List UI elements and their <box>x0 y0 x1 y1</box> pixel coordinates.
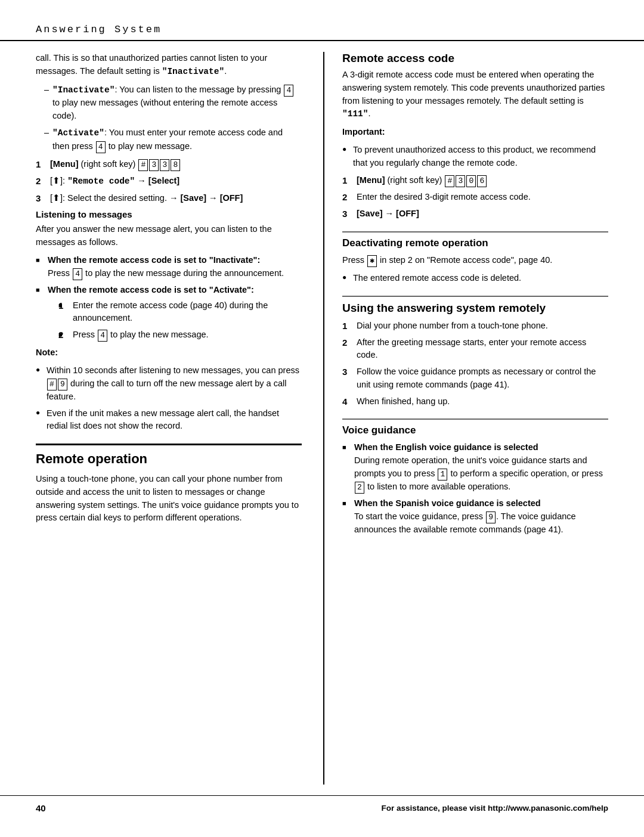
key-4-activate: 4 <box>96 141 106 153</box>
important-label: Important: <box>342 126 608 139</box>
step-2-1: 1 [Menu] (right soft key) #306 <box>342 174 608 187</box>
voice-item-english: When the English voice guidance is selec… <box>342 441 608 494</box>
steps-group-2: 1 [Menu] (right soft key) #306 2 Enter t… <box>342 174 608 221</box>
page: Answering System call. This is so that u… <box>0 0 644 837</box>
steps-group-1: 1 [Menu] (right soft key) #338 2 [⬆]: "R… <box>36 158 302 205</box>
intro-paragraph: call. This is so that unauthorized parti… <box>36 52 302 79</box>
voice-guidance-list: When the English voice guidance is selec… <box>342 441 608 537</box>
note-label: Note: <box>36 346 302 359</box>
footer-page-number: 40 <box>36 803 46 813</box>
page-header: Answering System <box>0 24 644 41</box>
listening-item-inactivate: When the remote access code is set to "I… <box>36 254 302 280</box>
dash-item-inactivate: "Inactivate": You can listen to the mess… <box>44 83 302 123</box>
remote-operation-divider <box>36 444 302 445</box>
using-steps: 1 Dial your phone number from a touch-to… <box>342 320 608 408</box>
remote-operation-title: Remote operation <box>36 451 302 467</box>
step-1-1: 1 [Menu] (right soft key) #338 <box>36 158 302 171</box>
step-1-2: 2 [⬆]: "Remote code" → [Select] <box>36 175 302 188</box>
activate-sub-steps: 1 Enter the remote access code (page 40)… <box>48 299 302 342</box>
page-footer: 40 For assistance, please visit http://w… <box>0 795 644 813</box>
notes-list: Within 10 seconds after listening to new… <box>36 364 302 433</box>
footer-assistance-text: For assistance, please visit http://www.… <box>381 804 608 813</box>
activate-sub-step-2: 2 Press 4 to play the new message. <box>58 328 302 342</box>
important-list: To prevent unauthorized access to this p… <box>342 144 608 170</box>
using-step-1: 1 Dial your phone number from a touch-to… <box>342 320 608 333</box>
voice-guidance-title: Voice guidance <box>342 418 608 436</box>
note-item-1: Within 10 seconds after listening to new… <box>36 364 302 404</box>
remote-operation-intro: Using a touch-tone phone, you can call y… <box>36 473 302 525</box>
deactivating-text: Press ✱ in step 2 on "Remote access code… <box>342 254 608 267</box>
intro-inactivate: "Inactivate" <box>162 67 224 76</box>
step-1-3: 3 [⬆]: Select the desired setting. → [Sa… <box>36 192 302 205</box>
listening-item-activate: When the remote access code is set to "A… <box>36 284 302 342</box>
dash-list: "Inactivate": You can listen to the mess… <box>36 83 302 153</box>
remote-access-title: Remote access code <box>342 52 608 65</box>
important-item-1: To prevent unauthorized access to this p… <box>342 144 608 170</box>
page-header-title: Answering System <box>36 24 162 35</box>
columns: call. This is so that unauthorized parti… <box>0 52 644 785</box>
key-4-inactivate: 4 <box>284 85 293 97</box>
deactivating-title: Deactivating remote operation <box>342 231 608 249</box>
step-2-3: 3 [Save] → [OFF] <box>342 207 608 221</box>
dash-item-activate: "Activate": You must enter your remote a… <box>44 126 302 153</box>
listening-list: When the remote access code is set to "I… <box>36 254 302 342</box>
voice-item-spanish: When the Spanish voice guidance is selec… <box>342 497 608 537</box>
right-column: Remote access code A 3-digit remote acce… <box>323 52 608 785</box>
listening-intro: After you answer the new message alert, … <box>36 223 302 249</box>
note-item-2: Even if the unit makes a new message ale… <box>36 407 302 433</box>
deactivating-bullets: The entered remote access code is delete… <box>342 272 608 285</box>
listening-subtitle: Listening to messages <box>36 209 302 219</box>
using-step-2: 2 After the greeting message starts, ent… <box>342 336 608 362</box>
remote-access-intro: A 3-digit remote access code must be ent… <box>342 69 608 121</box>
step-2-2: 2 Enter the desired 3-digit remote acces… <box>342 191 608 204</box>
left-column: call. This is so that unauthorized parti… <box>36 52 302 785</box>
using-step-4: 4 When finished, hang up. <box>342 395 608 408</box>
activate-sub-step-1: 1 Enter the remote access code (page 40)… <box>58 299 302 326</box>
using-title: Using the answering system remotely <box>342 296 608 315</box>
deactivating-bullet-1: The entered remote access code is delete… <box>342 272 608 285</box>
using-step-3: 3 Follow the voice guidance prompts as n… <box>342 365 608 392</box>
